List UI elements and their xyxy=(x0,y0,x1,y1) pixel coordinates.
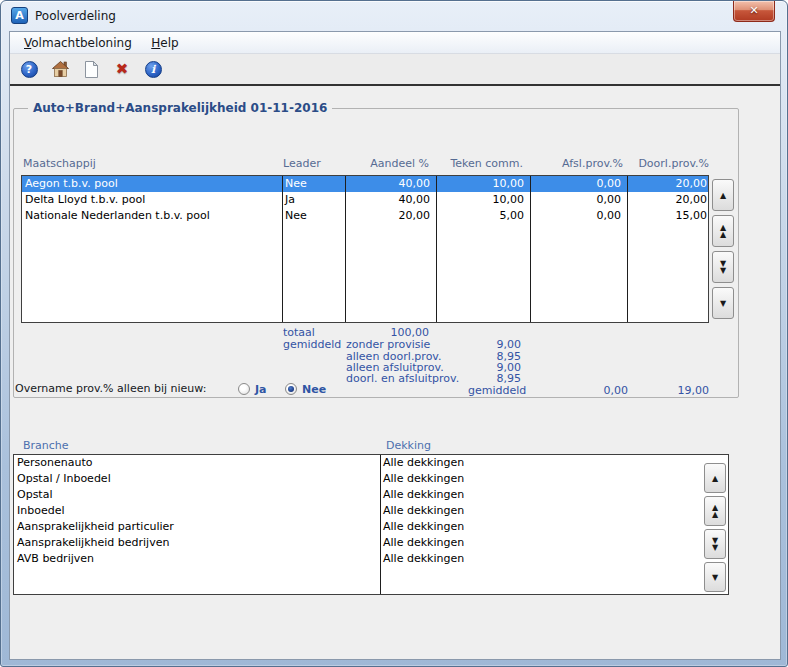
new-document-button[interactable] xyxy=(79,57,103,81)
column-separator xyxy=(380,455,381,594)
table-row[interactable]: Delta Lloyd t.b.v. pool Ja 40,00 10,00 0… xyxy=(22,192,708,208)
branche-move-up-button[interactable]: ▲ xyxy=(704,463,726,493)
menu-help[interactable]: Help xyxy=(143,32,186,53)
overname-label: Overname prov.% alleen bij nieuw: xyxy=(15,382,206,395)
arrow-up-icon: ▲ xyxy=(712,475,718,482)
app-icon: A xyxy=(11,7,28,24)
window-title: Poolverdeling xyxy=(35,9,116,23)
list-item[interactable]: Inboedel Alle dekkingen xyxy=(14,503,728,519)
branche-header: Branche xyxy=(23,439,69,452)
column-header-maatschappij: Maatschappij xyxy=(23,157,96,170)
home-icon xyxy=(51,60,70,78)
radio-ja[interactable] xyxy=(238,383,250,395)
info-icon: i xyxy=(145,61,162,78)
help-icon: ? xyxy=(21,61,38,78)
close-icon: ✕ xyxy=(749,4,758,17)
info-button[interactable]: i xyxy=(141,57,165,81)
close-button[interactable]: ✕ xyxy=(733,1,775,22)
column-separator xyxy=(530,176,531,322)
branche-move-down-button[interactable]: ▼ xyxy=(704,562,726,592)
list-item[interactable]: Personenauto Alle dekkingen xyxy=(14,455,728,471)
delete-icon: ✖ xyxy=(116,60,129,78)
title-bar[interactable]: A Poolverdeling ✕ xyxy=(1,1,787,31)
help-button[interactable]: ? xyxy=(17,57,41,81)
groupbox-title: Auto+Brand+Aansprakelijkheid 01-11-2016 xyxy=(28,101,332,115)
gemiddeld-afsl-value: 0,00 xyxy=(541,384,628,397)
branche-list: Personenauto Alle dekkingen Opstal / Inb… xyxy=(13,454,729,595)
home-button[interactable] xyxy=(48,57,72,81)
window: A Poolverdeling ✕ Volmachtbeloning Help … xyxy=(0,0,788,667)
column-separator xyxy=(627,176,628,322)
move-bottom-button[interactable]: ▼▼ xyxy=(712,251,734,283)
arrow-down-icon: ▼ xyxy=(720,300,726,307)
move-up-button[interactable]: ▲ xyxy=(712,179,734,211)
radio-nee[interactable] xyxy=(285,383,297,395)
move-down-button[interactable]: ▼ xyxy=(712,287,734,319)
client-area: Volmachtbeloning Help ? xyxy=(9,31,781,660)
list-item[interactable]: Opstal Alle dekkingen xyxy=(14,487,728,503)
column-header-leader: Leader xyxy=(283,157,321,170)
table-row[interactable]: Nationale Nederlanden t.b.v. pool Nee 20… xyxy=(22,208,708,224)
column-header-afsl-prov: Afsl.prov.% xyxy=(529,157,623,170)
arrow-up-icon: ▲ xyxy=(720,192,726,199)
radio-nee-label[interactable]: Nee xyxy=(302,383,326,396)
column-separator xyxy=(436,176,437,322)
gemiddeld-label: gemiddeld xyxy=(283,338,341,351)
gemiddeld-bottom-label: gemiddeld xyxy=(468,384,526,397)
branche-move-bottom-button[interactable]: ▼▼ xyxy=(704,529,726,559)
column-header-doorl-prov: Doorl.prov.% xyxy=(626,157,709,170)
column-separator xyxy=(345,176,346,322)
branche-move-top-button[interactable]: ▲▲ xyxy=(704,496,726,526)
toolbar: ? ✖ i xyxy=(10,54,780,86)
move-top-button[interactable]: ▲▲ xyxy=(712,215,734,247)
table-row[interactable]: Aegon t.b.v. pool Nee 40,00 10,00 0,00 2… xyxy=(22,176,708,192)
new-document-icon xyxy=(83,60,99,79)
menu-bar: Volmachtbeloning Help xyxy=(10,32,780,54)
arrow-down-icon: ▼ xyxy=(712,574,718,581)
pool-table: Aegon t.b.v. pool Nee 40,00 10,00 0,00 2… xyxy=(21,175,709,323)
menu-volmachtbeloning[interactable]: Volmachtbeloning xyxy=(16,32,140,53)
list-item[interactable]: Aansprakelijkheid bedrijven Alle dekking… xyxy=(14,535,728,551)
delete-button[interactable]: ✖ xyxy=(110,57,134,81)
column-header-aandeel: Aandeel % xyxy=(344,157,429,170)
radio-ja-label[interactable]: Ja xyxy=(255,383,267,396)
list-item[interactable]: Opstal / Inboedel Alle dekkingen xyxy=(14,471,728,487)
gemiddeld-doorl-value: 19,00 xyxy=(631,384,709,397)
column-separator xyxy=(282,176,283,322)
list-item[interactable]: Aansprakelijkheid particulier Alle dekki… xyxy=(14,519,728,535)
dekking-header: Dekking xyxy=(386,439,431,452)
list-item[interactable]: AVB bedrijven Alle dekkingen xyxy=(14,551,728,567)
column-header-teken-comm: Teken comm. xyxy=(435,157,523,170)
